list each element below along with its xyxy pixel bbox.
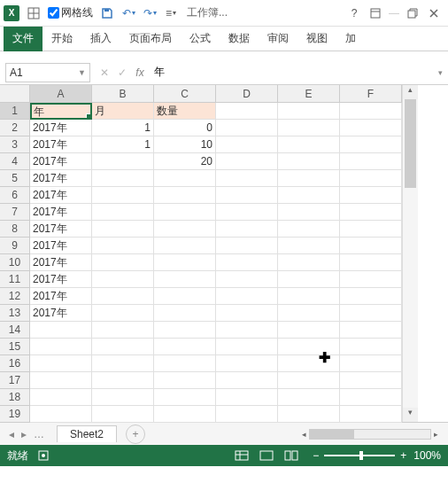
column-header-C[interactable]: C: [154, 85, 216, 103]
cell-F11[interactable]: [340, 271, 402, 288]
cell-B16[interactable]: [92, 355, 154, 372]
vertical-scrollbar[interactable]: ▴ ▾: [402, 85, 418, 422]
cell-C14[interactable]: [154, 322, 216, 339]
cell-A8[interactable]: 2017年: [30, 221, 92, 238]
scroll-up-icon[interactable]: ▴: [403, 85, 418, 99]
cell-F18[interactable]: [340, 389, 402, 406]
column-header-A[interactable]: A: [30, 85, 92, 103]
cell-B19[interactable]: [92, 406, 154, 423]
cell-F9[interactable]: [340, 238, 402, 254]
column-header-B[interactable]: B: [92, 85, 154, 103]
cell-D7[interactable]: [216, 204, 278, 221]
cell-D6[interactable]: [216, 187, 278, 204]
gridlines-checkbox[interactable]: 网格线: [48, 5, 93, 20]
zoom-slider[interactable]: [324, 455, 395, 456]
tab-review[interactable]: 审阅: [259, 27, 297, 51]
cell-D11[interactable]: [216, 271, 278, 288]
cell-E11[interactable]: [278, 271, 340, 288]
cell-A15[interactable]: [30, 339, 92, 355]
cell-D8[interactable]: [216, 221, 278, 238]
row-header-1[interactable]: 1: [0, 103, 30, 120]
scroll-track[interactable]: [403, 99, 418, 408]
view-normal-icon[interactable]: [230, 448, 253, 464]
cell-D16[interactable]: [216, 355, 278, 372]
quick-more-icon[interactable]: ≡▾: [161, 4, 181, 23]
cell-E7[interactable]: [278, 204, 340, 221]
cell-E10[interactable]: [278, 254, 340, 271]
cells[interactable]: 年月数量2017年102017年1102017年202017年2017年2017…: [30, 103, 402, 423]
tab-insert[interactable]: 插入: [81, 27, 120, 51]
zoom-in-button[interactable]: +: [400, 449, 406, 462]
cell-B13[interactable]: [92, 305, 154, 322]
scroll-down-icon[interactable]: ▾: [403, 408, 418, 422]
view-page-break-icon[interactable]: [280, 448, 303, 464]
row-header-10[interactable]: 10: [0, 254, 30, 271]
cell-F7[interactable]: [340, 204, 402, 221]
view-page-layout-icon[interactable]: [255, 448, 278, 464]
cell-F14[interactable]: [340, 322, 402, 339]
cell-D3[interactable]: [216, 136, 278, 153]
cell-A13[interactable]: 2017年: [30, 305, 92, 322]
cell-B6[interactable]: [92, 187, 154, 204]
cell-A16[interactable]: [30, 355, 92, 372]
row-header-19[interactable]: 19: [0, 406, 30, 423]
cancel-icon[interactable]: ✕: [96, 66, 113, 79]
cell-D15[interactable]: [216, 339, 278, 355]
name-box[interactable]: A1 ▼: [5, 63, 90, 82]
tab-page-layout[interactable]: 页面布局: [120, 27, 181, 51]
column-header-F[interactable]: F: [340, 85, 402, 103]
scroll-thumb[interactable]: [405, 99, 416, 188]
cell-D10[interactable]: [216, 254, 278, 271]
cell-C6[interactable]: [154, 187, 216, 204]
cell-B8[interactable]: [92, 221, 154, 238]
macro-record-icon[interactable]: [37, 449, 50, 462]
cell-F17[interactable]: [340, 372, 402, 389]
name-box-dropdown-icon[interactable]: ▼: [78, 68, 86, 77]
cell-E12[interactable]: [278, 288, 340, 305]
cell-B2[interactable]: 1: [92, 120, 154, 136]
row-header-2[interactable]: 2: [0, 120, 30, 136]
zoom-level[interactable]: 100%: [413, 449, 441, 462]
help-icon[interactable]: ?: [344, 4, 364, 23]
sheet-nav-next-icon[interactable]: ▸: [18, 428, 30, 440]
cell-C2[interactable]: 0: [154, 120, 216, 136]
cell-E18[interactable]: [278, 389, 340, 406]
cell-B11[interactable]: [92, 271, 154, 288]
cell-E6[interactable]: [278, 187, 340, 204]
row-header-11[interactable]: 11: [0, 271, 30, 288]
row-header-4[interactable]: 4: [0, 153, 30, 170]
cell-E16[interactable]: [278, 355, 340, 372]
cell-D1[interactable]: [216, 103, 278, 120]
cell-F4[interactable]: [340, 153, 402, 170]
cell-E8[interactable]: [278, 221, 340, 238]
undo-icon[interactable]: ↶▾: [119, 4, 138, 23]
sheet-tab-active[interactable]: Sheet2: [57, 425, 117, 442]
cell-F2[interactable]: [340, 120, 402, 136]
cell-A11[interactable]: 2017年: [30, 271, 92, 288]
tab-formulas[interactable]: 公式: [181, 27, 220, 51]
row-header-9[interactable]: 9: [0, 238, 30, 254]
cell-F13[interactable]: [340, 305, 402, 322]
redo-icon[interactable]: ↷▾: [140, 4, 159, 23]
cell-B14[interactable]: [92, 322, 154, 339]
cell-A6[interactable]: 2017年: [30, 187, 92, 204]
cell-C17[interactable]: [154, 372, 216, 389]
row-header-3[interactable]: 3: [0, 136, 30, 153]
row-header-15[interactable]: 15: [0, 339, 30, 355]
save-icon[interactable]: [97, 4, 117, 23]
cell-B1[interactable]: 月: [92, 103, 154, 120]
close-icon[interactable]: [424, 4, 444, 23]
cell-A1[interactable]: 年: [30, 103, 92, 120]
cell-C16[interactable]: [154, 355, 216, 372]
row-header-17[interactable]: 17: [0, 372, 30, 389]
cell-A17[interactable]: [30, 372, 92, 389]
cell-D14[interactable]: [216, 322, 278, 339]
cell-A19[interactable]: [30, 406, 92, 423]
sheet-nav-more-icon[interactable]: …: [30, 428, 48, 440]
cell-C1[interactable]: 数量: [154, 103, 216, 120]
sheet-add-button[interactable]: +: [126, 425, 145, 444]
row-header-8[interactable]: 8: [0, 221, 30, 238]
cell-E2[interactable]: [278, 120, 340, 136]
cell-F16[interactable]: [340, 355, 402, 372]
tab-file[interactable]: 文件: [4, 27, 42, 51]
